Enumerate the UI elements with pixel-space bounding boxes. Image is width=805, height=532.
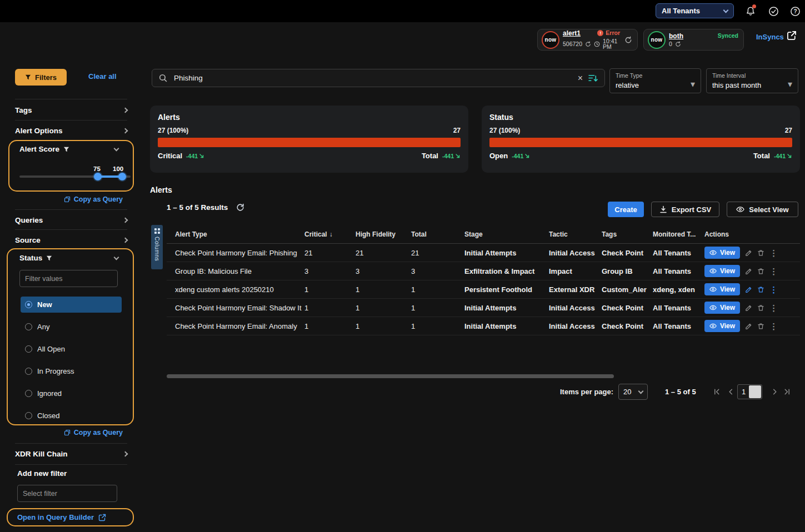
more-options-icon[interactable]: ⋮	[769, 267, 778, 275]
sidebar-item-source[interactable]: Source	[15, 230, 127, 250]
open-in-new-window-button[interactable]	[787, 31, 797, 41]
score-slider-track[interactable]	[19, 175, 131, 178]
history-icon[interactable]	[624, 36, 632, 44]
sidebar-item-xdr-kill-chain[interactable]: XDR Kill Chain	[15, 444, 127, 464]
notifications-bell-button[interactable]	[743, 4, 758, 18]
page-size-select[interactable]: 20	[618, 384, 648, 400]
table-row[interactable]: Check Point Harmony Email: Anomaly 1 1 1…	[167, 317, 800, 335]
delete-icon[interactable]	[757, 268, 764, 275]
columns-panel-tab[interactable]: Columns	[151, 225, 163, 269]
col-header-stage[interactable]: Stage	[464, 230, 549, 238]
status-option-label: Any	[37, 323, 49, 331]
status-option-any[interactable]: Any	[21, 319, 122, 335]
cell-monitored-tenants: All Tenants	[653, 304, 704, 312]
instance-card-alert1[interactable]: now alert1 ! Error 506720 10:41 PM	[537, 29, 638, 51]
total-label: Total	[422, 152, 438, 160]
eye-icon	[709, 323, 717, 329]
more-options-icon[interactable]: ⋮	[769, 249, 778, 257]
edit-icon[interactable]	[745, 249, 752, 257]
col-header-monitored-tenants[interactable]: Monitored T...	[653, 230, 704, 238]
cell-tactic: Initial Access	[549, 322, 602, 330]
next-page-button[interactable]	[770, 387, 779, 397]
page-number-input[interactable]	[737, 384, 762, 399]
col-header-total[interactable]: Total	[411, 230, 464, 238]
tasks-check-button[interactable]	[766, 4, 781, 18]
select-filter-input[interactable]	[17, 485, 117, 502]
more-options-icon[interactable]: ⋮	[769, 285, 778, 294]
copy-as-query-label: Copy as Query	[74, 429, 123, 436]
edit-icon[interactable]	[745, 323, 752, 330]
table-row[interactable]: xdeng custom alerts 20250210 1 1 1 Persi…	[167, 280, 800, 299]
first-page-button[interactable]	[712, 387, 722, 397]
status-option-all-open[interactable]: All Open	[21, 341, 122, 357]
time-type-dropdown[interactable]: Time Type relative ▾	[609, 68, 701, 93]
insyncs-link[interactable]: InSyncs	[756, 33, 784, 41]
status-option-ignored[interactable]: Ignored	[21, 385, 122, 401]
delete-icon[interactable]	[757, 323, 764, 330]
more-options-icon[interactable]: ⋮	[769, 304, 778, 312]
tenant-selector[interactable]: All Tenants	[656, 3, 734, 18]
create-button[interactable]: Create	[608, 202, 644, 217]
col-header-tags[interactable]: Tags	[602, 230, 653, 238]
copy-as-query-label: Copy as Query	[74, 195, 123, 203]
cell-high-fidelity: 1	[356, 304, 411, 312]
col-header-alert-type[interactable]: Alert Type	[167, 230, 304, 238]
export-csv-button[interactable]: Export CSV	[651, 202, 719, 217]
time-interval-dropdown[interactable]: Time Interval this past month ▾	[706, 68, 798, 93]
delete-icon[interactable]	[757, 249, 764, 257]
status-option-in-progress[interactable]: In Progress	[21, 363, 122, 379]
instance-id: 0	[669, 41, 672, 47]
edit-icon[interactable]	[745, 304, 752, 312]
copy-as-query-link[interactable]: Copy as Query	[19, 429, 123, 436]
cell-actions: View ⋮	[704, 265, 792, 277]
view-button[interactable]: View	[704, 265, 740, 277]
instance-name-link[interactable]: alert1	[563, 30, 581, 37]
score-slider-handle-min[interactable]	[94, 173, 102, 180]
table-row[interactable]: Check Point Harmony Email: Phishing 21 2…	[167, 244, 800, 262]
view-button[interactable]: View	[704, 302, 740, 314]
edit-icon[interactable]	[745, 286, 752, 293]
view-button[interactable]: View	[704, 247, 740, 259]
instance-card-both[interactable]: now both Synced 0	[643, 29, 744, 51]
sidebar-item-alert-options[interactable]: Alert Options	[15, 121, 127, 140]
status-option-closed[interactable]: Closed	[21, 408, 122, 424]
select-view-button[interactable]: Select View	[727, 202, 798, 217]
previous-page-button[interactable]	[726, 387, 736, 397]
table-row[interactable]: Check Point Harmony Email: Shadow It 1 1…	[167, 299, 800, 317]
sidebar-item-queries[interactable]: Queries	[15, 210, 127, 230]
instance-name-link[interactable]: both	[669, 33, 683, 39]
open-in-query-builder-link[interactable]: Open in Query Builder	[7, 508, 134, 526]
edit-icon[interactable]	[745, 268, 752, 275]
table-row[interactable]: Group IB: Malicious File 3 3 3 Exfiltrat…	[167, 262, 800, 280]
cell-actions: View ⋮	[704, 247, 792, 259]
sidebar-item-label: Source	[15, 236, 41, 244]
sidebar-item-alert-score[interactable]: Alert Score	[19, 145, 118, 153]
slider-min-value: 75	[93, 165, 101, 172]
status-option-new[interactable]: New	[21, 297, 122, 313]
more-options-icon[interactable]: ⋮	[769, 322, 778, 330]
search-input[interactable]	[173, 73, 572, 83]
col-header-critical[interactable]: Critical↓	[304, 230, 356, 238]
filter-lines-icon[interactable]	[588, 74, 598, 82]
delete-icon[interactable]	[757, 304, 764, 312]
delete-icon[interactable]	[757, 286, 764, 293]
horizontal-scrollbar[interactable]	[167, 374, 614, 378]
clear-search-icon[interactable]: ×	[578, 74, 583, 83]
view-button[interactable]: View	[704, 283, 740, 295]
col-header-tactic[interactable]: Tactic	[549, 230, 602, 238]
clear-all-link[interactable]: Clear all	[88, 72, 117, 81]
cell-tags: Check Point	[602, 322, 653, 330]
score-slider-handle-max[interactable]	[118, 173, 126, 180]
help-button[interactable]: ?	[788, 4, 802, 18]
col-header-high-fidelity[interactable]: High Fidelity	[356, 230, 411, 238]
copy-as-query-link[interactable]: Copy as Query	[19, 195, 123, 203]
servicenow-logo: now	[543, 32, 558, 48]
sidebar-item-tags[interactable]: Tags	[15, 100, 127, 120]
status-filter-input[interactable]	[19, 270, 118, 287]
sidebar-item-label: XDR Kill Chain	[15, 450, 68, 458]
refresh-button[interactable]	[236, 203, 244, 212]
last-page-button[interactable]	[782, 387, 792, 397]
view-button[interactable]: View	[704, 320, 740, 332]
filters-button[interactable]: Filters	[15, 69, 67, 86]
sidebar-item-status[interactable]: Status	[19, 254, 118, 262]
